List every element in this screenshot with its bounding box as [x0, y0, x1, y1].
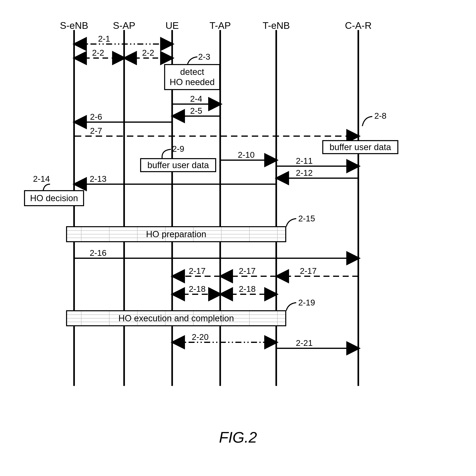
label-2-20: 2-20	[192, 332, 209, 343]
label-2-7: 2-7	[90, 126, 102, 136]
box-ho-preparation: HO preparation	[66, 226, 286, 242]
label-2-17c: 2-17	[300, 266, 317, 277]
box-buffer-ue: buffer user data	[140, 158, 216, 172]
label-2-16: 2-16	[90, 248, 106, 259]
label-2-2a: 2-2	[92, 48, 104, 58]
label-2-21: 2-21	[296, 338, 313, 349]
label-2-1: 2-1	[98, 34, 110, 44]
callout-2-3: 2-3	[198, 52, 210, 62]
label-2-11: 2-11	[296, 156, 313, 167]
box-ho-decision: HO decision	[24, 190, 84, 206]
label-2-2b: 2-2	[142, 48, 154, 58]
callout-curve-2-15	[286, 219, 296, 227]
callout-curve-2-8	[362, 117, 372, 126]
box-buffer-car: buffer user data	[322, 140, 398, 154]
label-2-12: 2-12	[296, 168, 313, 179]
figure-label: FIG.2	[219, 428, 257, 446]
label-2-13: 2-13	[90, 174, 106, 185]
label-2-18a: 2-18	[189, 284, 205, 295]
callout-curve-2-3	[187, 57, 197, 65]
callout-curve-2-9	[162, 149, 171, 158]
label-2-10: 2-10	[238, 150, 255, 161]
box-detect-ho: detect HO needed	[164, 64, 220, 90]
label-2-4: 2-4	[190, 94, 202, 104]
box-ho-execution: HO execution and completion	[66, 310, 286, 326]
label-2-17b: 2-17	[239, 266, 255, 277]
callout-curve-2-14	[43, 184, 50, 190]
callout-curve-2-19	[286, 303, 296, 311]
callout-2-14: 2-14	[33, 174, 50, 184]
label-2-17a: 2-17	[189, 266, 205, 277]
sequence-diagram: S-eNB S-AP UE T-AP T-eNB C-A-R	[0, 0, 476, 476]
callout-2-15: 2-15	[298, 214, 315, 223]
label-2-5: 2-5	[190, 106, 202, 117]
callout-2-9: 2-9	[172, 144, 184, 154]
label-2-18b: 2-18	[239, 284, 255, 295]
label-2-6: 2-6	[90, 112, 102, 122]
callout-2-19: 2-19	[298, 298, 315, 307]
callout-2-8: 2-8	[374, 111, 387, 121]
